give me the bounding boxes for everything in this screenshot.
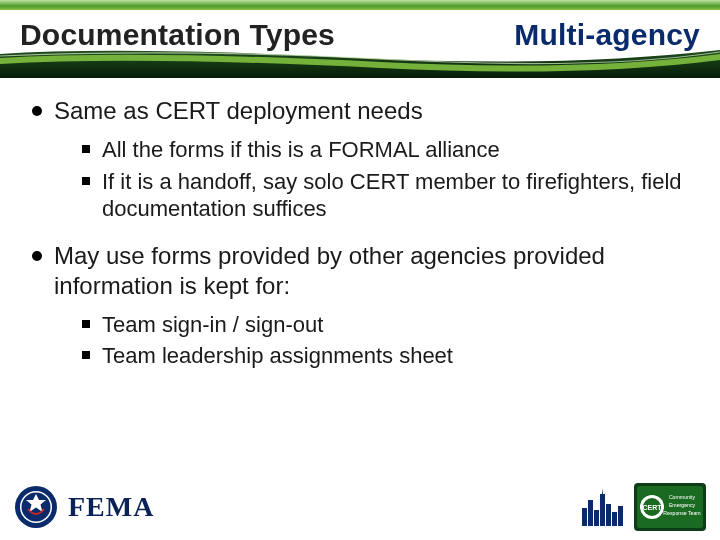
slide-title-left: Documentation Types [20, 18, 335, 52]
list-item: Team sign-in / sign-out [82, 311, 692, 339]
content-area: Same as CERT deployment needs All the fo… [0, 78, 720, 480]
list-item: All the forms if this is a FORMAL allian… [82, 136, 692, 164]
slide-title-right: Multi-agency [514, 18, 700, 52]
list-item: Team leadership assignments sheet [82, 342, 692, 370]
slide: Documentation Types Multi-agency Same as… [0, 0, 720, 540]
sub-bullet-text: All the forms if this is a FORMAL allian… [102, 137, 500, 162]
svg-rect-7 [600, 494, 605, 526]
svg-rect-4 [582, 508, 587, 526]
cert-logo-icon: CERT Community Emergency Response Team [634, 483, 706, 531]
fema-logo-text: FEMA [68, 491, 154, 523]
svg-rect-0 [0, 0, 720, 10]
svg-rect-6 [594, 510, 599, 526]
list-item: If it is a handoff, say solo CERT member… [82, 168, 692, 223]
bullet-text: May use forms provided by other agencies… [54, 242, 605, 299]
svg-text:CERT: CERT [642, 504, 662, 511]
svg-rect-9 [612, 512, 617, 526]
svg-text:Emergency: Emergency [669, 502, 696, 508]
bullet-list-level2: All the forms if this is a FORMAL allian… [54, 136, 692, 223]
list-item: May use forms provided by other agencies… [28, 241, 692, 370]
sub-bullet-text: If it is a handoff, say solo CERT member… [102, 169, 682, 222]
footer-right: CERT Community Emergency Response Team [582, 483, 706, 531]
footer: FEMA CERT Community Eme [0, 480, 720, 540]
svg-text:Community: Community [669, 494, 696, 500]
svg-marker-11 [602, 488, 603, 494]
header-band: Documentation Types Multi-agency [0, 0, 720, 78]
bullet-list-level2: Team sign-in / sign-out Team leadership … [54, 311, 692, 370]
svg-text:Response Team: Response Team [663, 510, 700, 516]
sub-bullet-text: Team leadership assignments sheet [102, 343, 453, 368]
skyline-icon [582, 488, 624, 526]
svg-rect-8 [606, 504, 611, 526]
dhs-seal-icon [14, 485, 58, 529]
bullet-text: Same as CERT deployment needs [54, 97, 423, 124]
list-item: Same as CERT deployment needs All the fo… [28, 96, 692, 223]
footer-left: FEMA [14, 485, 154, 529]
title-row: Documentation Types Multi-agency [20, 18, 700, 52]
bullet-list-level1: Same as CERT deployment needs All the fo… [28, 96, 692, 370]
svg-rect-10 [618, 506, 623, 526]
svg-rect-5 [588, 500, 593, 526]
sub-bullet-text: Team sign-in / sign-out [102, 312, 323, 337]
